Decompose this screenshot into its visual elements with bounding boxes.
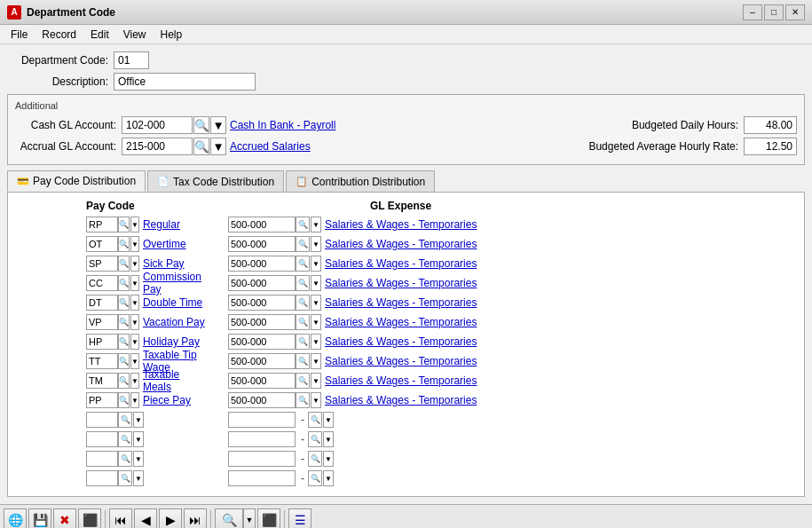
gl-search-btn[interactable]: 🔍 (296, 334, 310, 350)
pay-code-input[interactable] (86, 392, 118, 408)
empty-pay-search-btn[interactable]: 🔍 (118, 451, 132, 467)
gl-expense-link[interactable]: Salaries & Wages - Temporaries (325, 355, 477, 367)
budgeted-daily-input[interactable] (744, 116, 797, 134)
pay-dd-btn[interactable]: ▼ (130, 217, 139, 232)
gl-search-btn[interactable]: 🔍 (296, 256, 310, 272)
empty-pay-code-input[interactable] (86, 431, 118, 447)
gl-expense-link[interactable]: Salaries & Wages - Temporaries (325, 394, 477, 406)
gl-expense-input[interactable] (228, 275, 296, 291)
menu-file[interactable]: File (4, 27, 35, 42)
gl-dd-btn[interactable]: ▼ (311, 373, 321, 389)
empty-pay-dd-btn[interactable]: ▼ (133, 451, 144, 467)
empty-gl-search-btn[interactable]: 🔍 (308, 412, 322, 428)
gl-dd-btn[interactable]: ▼ (311, 275, 321, 291)
minimize-button[interactable]: – (743, 4, 762, 20)
empty-gl-dd-btn[interactable]: ▼ (323, 470, 334, 486)
gl-expense-link[interactable]: Salaries & Wages - Temporaries (325, 316, 477, 328)
accrual-gl-search-btn[interactable]: 🔍 (193, 138, 209, 155)
empty-pay-search-btn[interactable]: 🔍 (118, 470, 132, 486)
pay-search-btn[interactable]: 🔍 (118, 275, 130, 291)
pay-search-btn[interactable]: 🔍 (118, 353, 130, 369)
tab-pay-code[interactable]: 💳 Pay Code Distribution (7, 170, 146, 192)
empty-pay-code-input[interactable] (86, 451, 118, 467)
gl-dd-btn[interactable]: ▼ (311, 236, 321, 252)
accrual-gl-link[interactable]: Accrued Salaries (230, 140, 311, 153)
pay-name-link[interactable]: Overtime (143, 238, 210, 250)
pay-dd-btn[interactable]: ▼ (130, 353, 139, 369)
toolbar-save-btn[interactable]: 💾 (28, 508, 51, 529)
gl-search-btn[interactable]: 🔍 (296, 236, 310, 252)
maximize-button[interactable]: □ (764, 4, 784, 20)
empty-pay-dd-btn[interactable]: ▼ (133, 412, 144, 428)
gl-search-btn[interactable]: 🔍 (296, 353, 310, 369)
empty-gl-dd-btn[interactable]: ▼ (323, 451, 334, 467)
pay-dd-btn[interactable]: ▼ (130, 334, 139, 350)
pay-dd-btn[interactable]: ▼ (130, 236, 139, 252)
gl-expense-input[interactable] (228, 373, 296, 389)
gl-expense-input[interactable] (228, 334, 296, 350)
empty-pay-code-input[interactable] (86, 412, 118, 428)
pay-dd-btn[interactable]: ▼ (130, 373, 139, 389)
pay-dd-btn[interactable]: ▼ (130, 392, 139, 408)
menu-view[interactable]: View (116, 27, 154, 42)
gl-search-btn[interactable]: 🔍 (296, 295, 310, 311)
pay-code-input[interactable] (86, 256, 118, 272)
pay-search-btn[interactable]: 🔍 (118, 334, 130, 350)
cash-gl-input[interactable] (122, 116, 193, 134)
pay-name-link[interactable]: Commission Pay (143, 271, 210, 296)
empty-pay-dd-btn[interactable]: ▼ (133, 470, 144, 486)
empty-gl-input[interactable] (228, 470, 296, 486)
tab-tax-code[interactable]: 📄 Tax Code Distribution (147, 170, 284, 192)
pay-name-link[interactable]: Sick Pay (143, 257, 210, 270)
pay-search-btn[interactable]: 🔍 (118, 236, 130, 252)
gl-search-btn[interactable]: 🔍 (296, 275, 310, 291)
cash-gl-link[interactable]: Cash In Bank - Payroll (230, 119, 335, 131)
empty-gl-input[interactable] (228, 451, 296, 467)
tab-contribution[interactable]: 📋 Contribution Distribution (286, 170, 435, 192)
gl-expense-input[interactable] (228, 236, 296, 252)
gl-expense-link[interactable]: Salaries & Wages - Temporaries (325, 296, 477, 309)
pay-name-link[interactable]: Double Time (143, 296, 210, 309)
empty-pay-dd-btn[interactable]: ▼ (133, 431, 144, 447)
empty-gl-search-btn[interactable]: 🔍 (308, 451, 322, 467)
description-input[interactable] (114, 73, 256, 91)
menu-help[interactable]: Help (154, 27, 190, 42)
empty-gl-input[interactable] (228, 431, 296, 447)
gl-expense-link[interactable]: Salaries & Wages - Temporaries (325, 335, 477, 348)
accrual-gl-dd-btn[interactable]: ▼ (210, 138, 226, 155)
toolbar-search-dd-btn[interactable]: ▼ (243, 508, 256, 529)
menu-edit[interactable]: Edit (83, 27, 116, 42)
pay-search-btn[interactable]: 🔍 (118, 256, 130, 272)
pay-name-link[interactable]: Regular (143, 218, 210, 231)
toolbar-last-btn[interactable]: ⏭ (184, 508, 207, 529)
dept-code-input[interactable] (114, 51, 149, 69)
close-button[interactable]: ✕ (785, 4, 805, 20)
empty-gl-input[interactable] (228, 412, 296, 428)
toolbar-detail-btn[interactable]: ☰ (288, 508, 311, 529)
pay-code-input[interactable] (86, 236, 118, 252)
gl-expense-link[interactable]: Salaries & Wages - Temporaries (325, 257, 477, 270)
pay-code-input[interactable] (86, 353, 118, 369)
pay-search-btn[interactable]: 🔍 (118, 295, 130, 311)
gl-expense-input[interactable] (228, 217, 296, 232)
pay-name-link[interactable]: Taxable Meals (143, 368, 210, 393)
pay-name-link[interactable]: Holiday Pay (143, 335, 210, 348)
toolbar-next-btn[interactable]: ▶ (159, 508, 182, 529)
toolbar-first-btn[interactable]: ⏮ (109, 508, 132, 529)
gl-dd-btn[interactable]: ▼ (311, 217, 321, 232)
empty-pay-search-btn[interactable]: 🔍 (118, 412, 132, 428)
pay-dd-btn[interactable]: ▼ (130, 275, 139, 291)
gl-dd-btn[interactable]: ▼ (311, 314, 321, 330)
toolbar-stop-btn[interactable]: ⬛ (78, 508, 101, 529)
pay-dd-btn[interactable]: ▼ (130, 256, 139, 272)
gl-dd-btn[interactable]: ▼ (311, 295, 321, 311)
pay-code-input[interactable] (86, 295, 118, 311)
gl-search-btn[interactable]: 🔍 (296, 314, 310, 330)
accrual-gl-input[interactable] (122, 138, 193, 155)
gl-expense-input[interactable] (228, 353, 296, 369)
toolbar-prev-btn[interactable]: ◀ (134, 508, 157, 529)
empty-gl-dd-btn[interactable]: ▼ (323, 431, 334, 447)
gl-expense-link[interactable]: Salaries & Wages - Temporaries (325, 238, 477, 250)
gl-expense-input[interactable] (228, 295, 296, 311)
pay-code-input[interactable] (86, 314, 118, 330)
